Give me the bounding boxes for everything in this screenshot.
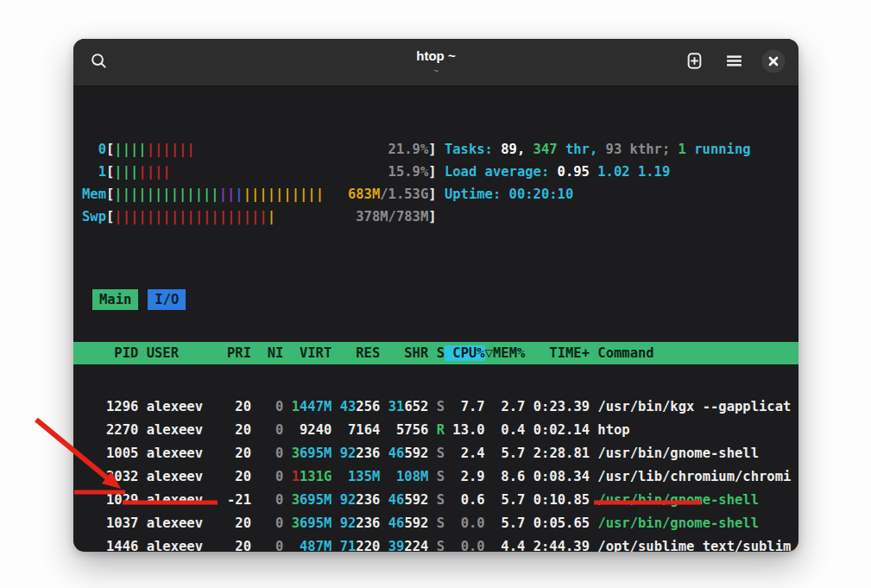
process-row-pid-1005[interactable]: 1005 alexeev 20 0 3695M 92236 46592 S 2.… — [73, 442, 798, 465]
process-row-pid-2032[interactable]: 2032 alexeev 20 0 1131G 135M 108M S 2.9 … — [73, 465, 798, 489]
meter-0: 0[||||||||||21.9%] — [82, 138, 445, 161]
system-info-panel: Tasks: 89, 347 thr, 93 kthr; 1 runningLo… — [445, 138, 751, 228]
info-line: Load average: 0.95 1.02 1.19 — [445, 161, 751, 183]
search-button[interactable] — [84, 47, 113, 77]
process-row-pid-1029[interactable]: 1029 alexeev -21 0 3695M 92236 46592 S 0… — [73, 489, 798, 512]
window-subtitle: ~ — [433, 66, 439, 76]
process-table: 1296 alexeev 20 0 1447M 43256 31652 S 7.… — [82, 395, 790, 552]
tab-main[interactable]: Main — [92, 289, 138, 310]
new-tab-button[interactable] — [679, 47, 709, 77]
menu-button[interactable] — [719, 47, 748, 77]
process-row-pid-1037[interactable]: 1037 alexeev 20 0 3695M 92236 46592 S 0.… — [73, 512, 798, 535]
tab-io[interactable]: I/O — [148, 289, 186, 310]
info-line: Tasks: 89, 347 thr, 93 kthr; 1 running — [445, 138, 751, 161]
cpu-memory-meters: 0[||||||||||21.9%] 1[|||||||15.9%]Mem[||… — [82, 138, 445, 228]
window-title: htop ~ — [416, 49, 455, 63]
titlebar: htop ~ ~ — [73, 39, 798, 86]
hamburger-menu-icon — [725, 52, 743, 73]
close-button[interactable] — [759, 47, 788, 77]
search-icon — [90, 52, 108, 73]
meter-mem: Mem[||||||||||||||||||||||||||683M/1.53G… — [82, 183, 445, 205]
new-tab-icon — [685, 52, 704, 73]
close-icon — [761, 49, 786, 76]
terminal-window: htop ~ ~ — [73, 39, 798, 552]
process-table-header[interactable]: PID USER PRI NI VIRT RES SHR S CPU%▽MEM%… — [73, 342, 798, 364]
process-row-pid-1296[interactable]: 1296 alexeev 20 0 1447M 43256 31652 S 7.… — [73, 395, 798, 419]
htop-screen: 0[||||||||||21.9%] 1[|||||||15.9%]Mem[||… — [73, 86, 798, 552]
info-line: Uptime: 00:20:10 — [445, 183, 751, 205]
screen-tabs: MainI/O — [92, 288, 790, 311]
process-row-pid-1446[interactable]: 1446 alexeev 20 0 487M 71220 39224 S 0.0… — [73, 535, 798, 552]
meter-swp: Swp[||||||||||||||||||||378M/783M] — [82, 205, 445, 228]
htop-header-area: 0[||||||||||21.9%] 1[|||||||15.9%]Mem[||… — [82, 138, 790, 228]
meter-1: 1[|||||||15.9%] — [82, 161, 445, 183]
process-row-pid-2270[interactable]: 2270 alexeev 20 0 9240 7164 5756 R 13.0 … — [73, 419, 798, 442]
titlebar-controls — [679, 47, 788, 77]
